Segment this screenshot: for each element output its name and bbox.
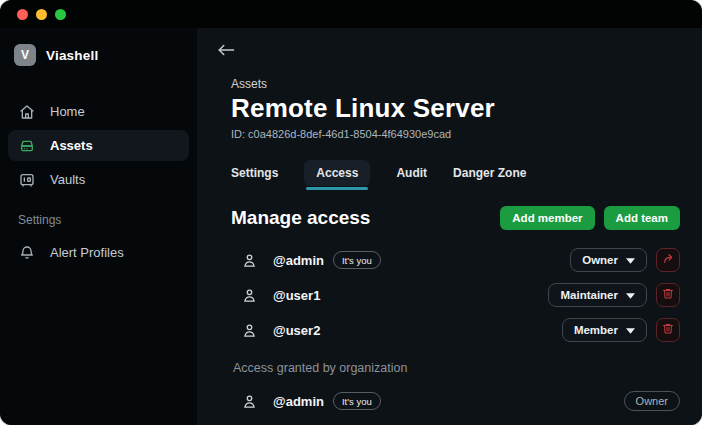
- trash-icon: [662, 287, 674, 303]
- chevron-down-icon: [626, 289, 635, 301]
- member-list: @admin It's you Owner: [231, 246, 680, 345]
- vault-icon: [18, 171, 36, 189]
- add-member-button[interactable]: Add member: [500, 206, 594, 230]
- sidebar-item-label: Alert Profiles: [50, 245, 124, 260]
- breadcrumb: Assets: [231, 77, 680, 91]
- sidebar-item-alert-profiles[interactable]: Alert Profiles: [8, 237, 189, 268]
- sidebar-item-vaults[interactable]: Vaults: [8, 164, 189, 195]
- tab-access[interactable]: Access: [304, 160, 370, 186]
- sidebar-section-settings: Settings: [8, 213, 189, 227]
- main-panel: Assets Remote Linux Server ID: c0a4826d-…: [197, 28, 702, 425]
- member-row: @user2 Member: [231, 316, 680, 345]
- its-you-badge: It's you: [333, 392, 381, 410]
- tab-settings[interactable]: Settings: [231, 160, 278, 186]
- bell-icon: [18, 244, 36, 262]
- home-icon: [18, 103, 36, 121]
- member-row: @admin It's you Owner: [231, 246, 680, 275]
- role-dropdown[interactable]: Maintainer: [548, 283, 647, 307]
- member-username: @admin: [273, 253, 324, 268]
- brand-name: Viashell: [46, 48, 98, 63]
- member-username: @admin: [273, 394, 324, 409]
- member-username: @user2: [273, 323, 320, 338]
- sidebar-item-label: Vaults: [50, 172, 85, 187]
- leave-asset-button[interactable]: [656, 248, 680, 272]
- role-value: Member: [574, 324, 618, 336]
- sidebar-item-assets[interactable]: Assets: [8, 130, 189, 161]
- sidebar-item-label: Assets: [50, 138, 93, 153]
- tab-bar: Settings Access Audit Danger Zone: [231, 160, 680, 186]
- manage-access-heading: Manage access: [231, 207, 370, 229]
- remove-member-button[interactable]: [656, 283, 680, 307]
- titlebar: [0, 0, 702, 28]
- arrow-left-icon: [217, 44, 235, 59]
- person-icon: [239, 322, 259, 339]
- maximize-window-button[interactable]: [55, 9, 66, 20]
- role-dropdown[interactable]: Owner: [570, 248, 647, 272]
- page-title: Remote Linux Server: [231, 94, 680, 123]
- brand: V Viashell: [8, 42, 189, 66]
- member-username: @user1: [273, 288, 320, 303]
- org-access-heading: Access granted by organization: [231, 361, 680, 375]
- brand-logo: V: [14, 44, 36, 66]
- remove-member-button[interactable]: [656, 318, 680, 342]
- person-icon: [239, 287, 259, 304]
- chevron-down-icon: [626, 324, 635, 336]
- add-team-button[interactable]: Add team: [604, 206, 680, 230]
- tab-danger-zone[interactable]: Danger Zone: [453, 160, 526, 186]
- tab-audit[interactable]: Audit: [396, 160, 427, 186]
- close-window-button[interactable]: [17, 9, 28, 20]
- chevron-down-icon: [626, 254, 635, 266]
- role-value: Maintainer: [560, 289, 618, 301]
- sidebar-item-home[interactable]: Home: [8, 96, 189, 127]
- server-icon: [18, 137, 36, 155]
- org-member-row: @admin It's you Owner: [231, 387, 680, 416]
- minimize-window-button[interactable]: [36, 9, 47, 20]
- person-icon: [239, 252, 259, 269]
- back-button[interactable]: [211, 40, 241, 63]
- app-window: V Viashell Home Assets Vaults: [0, 0, 702, 425]
- org-role-badge: Owner: [624, 391, 680, 411]
- trash-icon: [662, 322, 674, 338]
- sidebar: V Viashell Home Assets Vaults: [0, 28, 197, 425]
- person-icon: [239, 393, 259, 410]
- role-dropdown[interactable]: Member: [562, 318, 647, 342]
- leave-icon: [662, 252, 675, 268]
- sidebar-item-label: Home: [50, 104, 85, 119]
- member-row: @user1 Maintainer: [231, 281, 680, 310]
- asset-id: ID: c0a4826d-8def-46d1-8504-4f64930e9cad: [231, 128, 680, 140]
- role-value: Owner: [582, 254, 618, 266]
- its-you-badge: It's you: [333, 251, 381, 269]
